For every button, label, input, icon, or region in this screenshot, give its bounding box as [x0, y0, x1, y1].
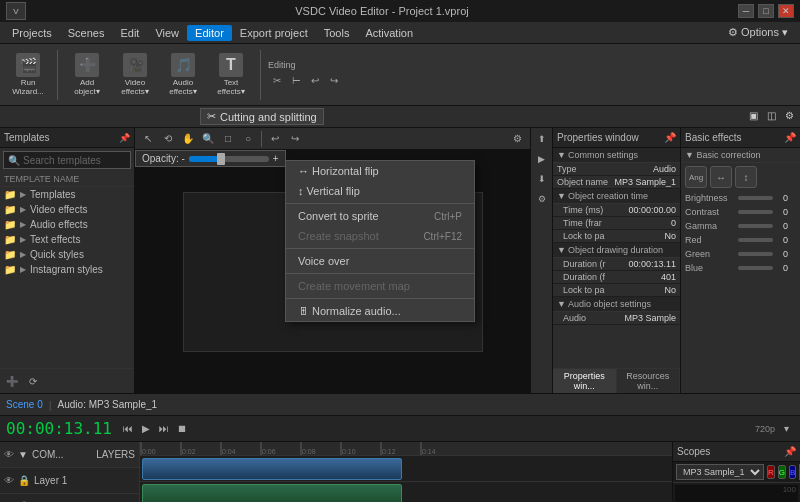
template-item-quick-styles[interactable]: 📁 ▶ Quick styles	[0, 247, 134, 262]
props-audio: Audio MP3 Sample	[553, 312, 680, 325]
ctx-horizontal-flip[interactable]: ↔ Horizontal flip	[286, 161, 474, 181]
rt-btn-4[interactable]: ⚙	[533, 190, 551, 208]
template-search[interactable]: 🔍 Search templates	[3, 151, 131, 169]
undo-canvas[interactable]: ↩	[266, 130, 284, 148]
redo-canvas[interactable]: ↪	[286, 130, 304, 148]
ctx-vertical-flip[interactable]: ↕ Vertical flip	[286, 181, 474, 201]
rotate-tool[interactable]: ⟲	[159, 130, 177, 148]
close-button[interactable]: ✕	[778, 4, 794, 18]
menu-edit[interactable]: Edit	[112, 25, 147, 41]
expand-effects-icon: ▼	[685, 150, 694, 160]
tl-next-button[interactable]: ⏭	[156, 421, 172, 437]
menubar: Projects Scenes Edit View Editor Export …	[0, 22, 800, 44]
minimize-button[interactable]: ─	[738, 4, 754, 18]
video-effects-button[interactable]: 🎥 Videoeffects▾	[113, 50, 157, 100]
rt-btn-1[interactable]: ⬆	[533, 130, 551, 148]
track-row-2	[140, 482, 672, 502]
refresh-template-button[interactable]: ⟳	[24, 372, 42, 390]
template-item-instagram[interactable]: 📁 ▶ Instagram styles	[0, 262, 134, 277]
audio-effects-icon: 🎵	[171, 53, 195, 77]
ctx-voice-over[interactable]: Voice over	[286, 251, 474, 271]
ruler-5: 0:10	[340, 442, 342, 455]
draw-ellipse-tool[interactable]: ○	[239, 130, 257, 148]
gamma-slider[interactable]	[738, 224, 773, 228]
template-item-video-effects[interactable]: 📁 ▶ Video effects	[0, 202, 134, 217]
draw-rect-tool[interactable]: □	[219, 130, 237, 148]
audio-effects-label: Audioeffects▾	[169, 79, 196, 97]
rt-btn-2[interactable]: ▶	[533, 150, 551, 168]
red-slider[interactable]	[738, 238, 773, 242]
cutting-splitting-badge: ✂ Cutting and splitting	[200, 108, 324, 125]
eye-btn-1[interactable]: 👁	[4, 449, 14, 460]
templates-panel-title: Templates 📌	[0, 128, 134, 148]
flip-v-button[interactable]: ↕	[735, 166, 757, 188]
tool-btn-2[interactable]: ◫	[763, 108, 780, 123]
rt-btn-3[interactable]: ⬇	[533, 170, 551, 188]
cut-button[interactable]: ✂	[268, 72, 286, 90]
template-panel-actions: ➕ ⟳	[0, 368, 134, 393]
ctx-normalize-audio[interactable]: 🎚 Normalize audio...	[286, 301, 474, 321]
props-tab-properties[interactable]: Properties win...	[553, 369, 617, 393]
add-object-button[interactable]: ➕ Addobject▾	[65, 50, 109, 100]
add-template-button[interactable]: ➕	[3, 372, 21, 390]
ctx-convert-sprite[interactable]: Convert to sprite Ctrl+P	[286, 206, 474, 226]
scopes-panel: Scopes 📌 MP3 Sample_1 R G B Wave 100 75	[672, 442, 800, 502]
menu-editor[interactable]: Editor	[187, 25, 232, 41]
tl-stop-button[interactable]: ⏹	[174, 421, 190, 437]
props-tab-resources[interactable]: Resources win...	[617, 369, 681, 393]
text-effects-button[interactable]: T Texteffects▾	[209, 50, 253, 100]
scope-g-btn[interactable]: G	[778, 465, 786, 479]
opacity-slider[interactable]	[189, 156, 269, 162]
tool-btn-3[interactable]: ⚙	[781, 108, 798, 123]
res-dropdown[interactable]: ▾	[778, 421, 794, 437]
window-title: VSDC Video Editor - Project 1.vproj	[26, 5, 738, 17]
editing-label: Editing	[268, 60, 348, 70]
scope-b-btn[interactable]: B	[789, 465, 796, 479]
blue-slider[interactable]	[738, 266, 773, 270]
eye-btn-2[interactable]: 👁	[4, 475, 14, 486]
run-wizard-button[interactable]: 🎬 RunWizard...	[6, 50, 50, 100]
template-item-audio-effects[interactable]: 📁 ▶ Audio effects	[0, 217, 134, 232]
angle-button[interactable]: Ang	[685, 166, 707, 188]
audio-effects-button[interactable]: 🎵 Audioeffects▾	[161, 50, 205, 100]
maximize-button[interactable]: □	[758, 4, 774, 18]
canvas[interactable]: ▶ ↔ Horizontal flip ↕ Vertical flip Conv…	[135, 150, 530, 393]
track-labels: 👁 ▼ COM... LAYERS 👁 🔒 Layer 1 👁 🔒 Layer …	[0, 442, 140, 502]
tool-btn-1[interactable]: ▣	[745, 108, 762, 123]
canvas-area: ↖ ⟲ ✋ 🔍 □ ○ ↩ ↪ ⚙ ▶ ↔ Horizontal flip	[135, 128, 530, 393]
menu-options[interactable]: ⚙ Options ▾	[720, 24, 796, 41]
menu-tools[interactable]: Tools	[316, 25, 358, 41]
menu-projects[interactable]: Projects	[4, 25, 60, 41]
select-tool[interactable]: ↖	[139, 130, 157, 148]
menu-activation[interactable]: Activation	[357, 25, 421, 41]
toolbar-divider-2	[260, 50, 261, 100]
gamma-row: Gamma 0	[681, 219, 800, 233]
run-wizard-icon: 🎬	[16, 53, 40, 77]
track-clip-1[interactable]	[142, 458, 402, 480]
menu-view[interactable]: View	[147, 25, 187, 41]
undo-button[interactable]: ↩	[306, 72, 324, 90]
brightness-slider[interactable]	[738, 196, 773, 200]
zoom-tool[interactable]: 🔍	[199, 130, 217, 148]
contrast-slider[interactable]	[738, 210, 773, 214]
track-clip-2[interactable]	[142, 484, 402, 502]
template-item-text-effects[interactable]: 📁 ▶ Text effects	[0, 232, 134, 247]
opacity-add-icon: +	[273, 153, 279, 164]
titlebar: V VSDC Video Editor - Project 1.vproj ─ …	[0, 0, 800, 22]
redo-button[interactable]: ↪	[325, 72, 343, 90]
cutting-splitting-label: Cutting and splitting	[220, 111, 317, 123]
menu-export[interactable]: Export project	[232, 25, 316, 41]
scope-track-select[interactable]: MP3 Sample_1	[676, 464, 764, 480]
menu-scenes[interactable]: Scenes	[60, 25, 113, 41]
timeline-area: Scene 0 | Audio: MP3 Sample_1 00:00:13.1…	[0, 393, 800, 502]
template-item-templates[interactable]: 📁 ▶ Templates	[0, 187, 134, 202]
expand-icon-4: ▼	[557, 299, 566, 309]
green-slider[interactable]	[738, 252, 773, 256]
split-button[interactable]: ⊢	[287, 72, 305, 90]
tl-prev-button[interactable]: ⏮	[120, 421, 136, 437]
tl-play-button[interactable]: ▶	[138, 421, 154, 437]
pan-tool[interactable]: ✋	[179, 130, 197, 148]
scope-r-btn[interactable]: R	[767, 465, 775, 479]
settings-canvas[interactable]: ⚙	[508, 130, 526, 148]
flip-h-button[interactable]: ↔	[710, 166, 732, 188]
